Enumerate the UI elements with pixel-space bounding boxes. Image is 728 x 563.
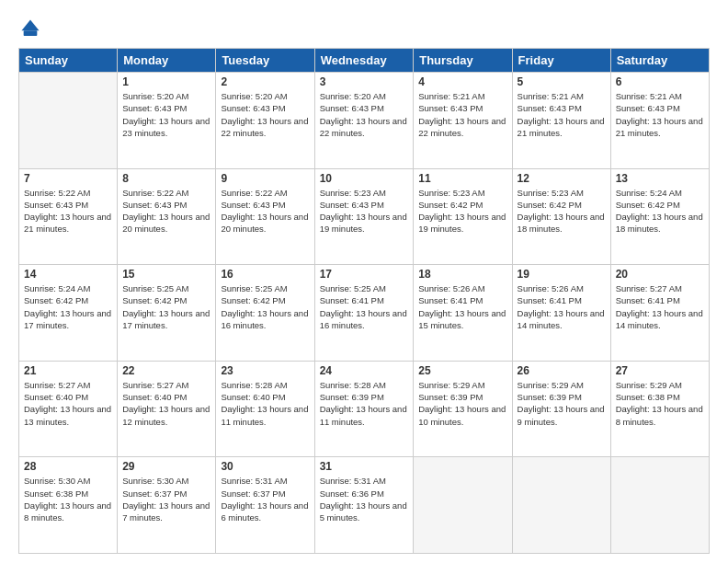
day-detail: Sunrise: 5:23 AM Sunset: 6:42 PM Dayligh… bbox=[418, 187, 506, 236]
calendar-week-row: 1Sunrise: 5:20 AM Sunset: 6:43 PM Daylig… bbox=[19, 73, 710, 169]
calendar-cell: 21Sunrise: 5:27 AM Sunset: 6:40 PM Dayli… bbox=[19, 361, 118, 457]
day-detail: Sunrise: 5:24 AM Sunset: 6:42 PM Dayligh… bbox=[24, 282, 112, 331]
day-detail: Sunrise: 5:30 AM Sunset: 6:37 PM Dayligh… bbox=[122, 475, 210, 523]
weekday-header: Monday bbox=[118, 49, 216, 73]
calendar-cell: 3Sunrise: 5:20 AM Sunset: 6:43 PM Daylig… bbox=[314, 73, 414, 169]
day-number: 17 bbox=[320, 268, 409, 281]
calendar-cell: 15Sunrise: 5:25 AM Sunset: 6:42 PM Dayli… bbox=[118, 265, 216, 362]
day-number: 31 bbox=[320, 460, 409, 473]
day-detail: Sunrise: 5:29 AM Sunset: 6:39 PM Dayligh… bbox=[418, 379, 506, 428]
calendar-week-row: 28Sunrise: 5:30 AM Sunset: 6:38 PM Dayli… bbox=[19, 457, 710, 554]
day-number: 26 bbox=[518, 364, 606, 377]
day-detail: Sunrise: 5:27 AM Sunset: 6:41 PM Dayligh… bbox=[616, 282, 704, 331]
calendar-cell: 19Sunrise: 5:26 AM Sunset: 6:41 PM Dayli… bbox=[512, 265, 610, 362]
calendar-cell: 7Sunrise: 5:22 AM Sunset: 6:43 PM Daylig… bbox=[19, 168, 118, 265]
day-detail: Sunrise: 5:20 AM Sunset: 6:43 PM Dayligh… bbox=[221, 90, 309, 139]
calendar-week-row: 7Sunrise: 5:22 AM Sunset: 6:43 PM Daylig… bbox=[19, 168, 710, 265]
logo bbox=[18, 18, 44, 39]
calendar-cell: 23Sunrise: 5:28 AM Sunset: 6:40 PM Dayli… bbox=[216, 361, 314, 457]
day-detail: Sunrise: 5:26 AM Sunset: 6:41 PM Dayligh… bbox=[518, 282, 606, 331]
day-number: 21 bbox=[24, 364, 112, 377]
weekday-header: Thursday bbox=[414, 49, 512, 73]
day-detail: Sunrise: 5:25 AM Sunset: 6:42 PM Dayligh… bbox=[122, 282, 210, 331]
calendar-cell: 10Sunrise: 5:23 AM Sunset: 6:43 PM Dayli… bbox=[314, 168, 414, 265]
calendar-cell: 28Sunrise: 5:30 AM Sunset: 6:38 PM Dayli… bbox=[19, 457, 118, 554]
calendar-cell bbox=[19, 73, 118, 169]
day-detail: Sunrise: 5:23 AM Sunset: 6:43 PM Dayligh… bbox=[320, 187, 409, 236]
day-detail: Sunrise: 5:30 AM Sunset: 6:38 PM Dayligh… bbox=[24, 475, 112, 523]
day-number: 16 bbox=[221, 268, 309, 281]
day-number: 6 bbox=[616, 75, 704, 88]
day-detail: Sunrise: 5:25 AM Sunset: 6:42 PM Dayligh… bbox=[221, 282, 309, 331]
day-number: 10 bbox=[320, 172, 409, 185]
day-detail: Sunrise: 5:31 AM Sunset: 6:37 PM Dayligh… bbox=[221, 475, 309, 523]
day-number: 18 bbox=[418, 268, 506, 281]
calendar-cell bbox=[512, 457, 610, 554]
day-detail: Sunrise: 5:21 AM Sunset: 6:43 PM Dayligh… bbox=[616, 90, 704, 139]
day-detail: Sunrise: 5:24 AM Sunset: 6:42 PM Dayligh… bbox=[616, 187, 704, 236]
weekday-header: Saturday bbox=[610, 49, 709, 73]
header bbox=[18, 18, 710, 39]
day-detail: Sunrise: 5:28 AM Sunset: 6:40 PM Dayligh… bbox=[221, 379, 309, 428]
day-number: 24 bbox=[320, 364, 409, 377]
day-number: 25 bbox=[418, 364, 506, 377]
day-detail: Sunrise: 5:27 AM Sunset: 6:40 PM Dayligh… bbox=[122, 379, 210, 428]
day-number: 22 bbox=[122, 364, 210, 377]
calendar-cell: 24Sunrise: 5:28 AM Sunset: 6:39 PM Dayli… bbox=[314, 361, 414, 457]
day-detail: Sunrise: 5:21 AM Sunset: 6:43 PM Dayligh… bbox=[518, 90, 606, 139]
calendar-cell: 16Sunrise: 5:25 AM Sunset: 6:42 PM Dayli… bbox=[216, 265, 314, 362]
day-number: 23 bbox=[221, 364, 309, 377]
weekday-header: Tuesday bbox=[216, 49, 314, 73]
day-number: 13 bbox=[616, 172, 704, 185]
day-number: 11 bbox=[418, 172, 506, 185]
weekday-header: Sunday bbox=[19, 49, 118, 73]
day-detail: Sunrise: 5:22 AM Sunset: 6:43 PM Dayligh… bbox=[221, 187, 309, 236]
page: SundayMondayTuesdayWednesdayThursdayFrid… bbox=[0, 0, 728, 563]
day-number: 9 bbox=[221, 172, 309, 185]
day-detail: Sunrise: 5:25 AM Sunset: 6:41 PM Dayligh… bbox=[320, 282, 409, 331]
calendar-cell bbox=[414, 457, 512, 554]
day-number: 14 bbox=[24, 268, 112, 281]
calendar-cell: 17Sunrise: 5:25 AM Sunset: 6:41 PM Dayli… bbox=[314, 265, 414, 362]
calendar-cell: 8Sunrise: 5:22 AM Sunset: 6:43 PM Daylig… bbox=[118, 168, 216, 265]
day-detail: Sunrise: 5:20 AM Sunset: 6:43 PM Dayligh… bbox=[122, 90, 210, 139]
calendar-cell: 9Sunrise: 5:22 AM Sunset: 6:43 PM Daylig… bbox=[216, 168, 314, 265]
day-detail: Sunrise: 5:29 AM Sunset: 6:38 PM Dayligh… bbox=[616, 379, 704, 428]
calendar-cell: 26Sunrise: 5:29 AM Sunset: 6:39 PM Dayli… bbox=[512, 361, 610, 457]
day-number: 30 bbox=[221, 460, 309, 473]
calendar-cell: 31Sunrise: 5:31 AM Sunset: 6:36 PM Dayli… bbox=[314, 457, 414, 554]
day-number: 2 bbox=[221, 75, 309, 88]
logo-icon bbox=[20, 18, 40, 39]
calendar: SundayMondayTuesdayWednesdayThursdayFrid… bbox=[18, 48, 710, 554]
calendar-cell: 11Sunrise: 5:23 AM Sunset: 6:42 PM Dayli… bbox=[414, 168, 512, 265]
day-number: 27 bbox=[616, 364, 704, 377]
calendar-week-row: 14Sunrise: 5:24 AM Sunset: 6:42 PM Dayli… bbox=[19, 265, 710, 362]
calendar-cell bbox=[610, 457, 709, 554]
day-detail: Sunrise: 5:31 AM Sunset: 6:36 PM Dayligh… bbox=[320, 475, 409, 523]
weekday-header-row: SundayMondayTuesdayWednesdayThursdayFrid… bbox=[19, 49, 710, 73]
day-number: 7 bbox=[24, 172, 112, 185]
day-detail: Sunrise: 5:22 AM Sunset: 6:43 PM Dayligh… bbox=[122, 187, 210, 236]
calendar-cell: 1Sunrise: 5:20 AM Sunset: 6:43 PM Daylig… bbox=[118, 73, 216, 169]
calendar-cell: 25Sunrise: 5:29 AM Sunset: 6:39 PM Dayli… bbox=[414, 361, 512, 457]
day-detail: Sunrise: 5:29 AM Sunset: 6:39 PM Dayligh… bbox=[518, 379, 606, 428]
calendar-cell: 5Sunrise: 5:21 AM Sunset: 6:43 PM Daylig… bbox=[512, 73, 610, 169]
svg-marker-0 bbox=[21, 19, 39, 30]
day-number: 20 bbox=[616, 268, 704, 281]
day-number: 15 bbox=[122, 268, 210, 281]
day-number: 1 bbox=[122, 75, 210, 88]
calendar-cell: 29Sunrise: 5:30 AM Sunset: 6:37 PM Dayli… bbox=[118, 457, 216, 554]
calendar-cell: 30Sunrise: 5:31 AM Sunset: 6:37 PM Dayli… bbox=[216, 457, 314, 554]
day-number: 29 bbox=[122, 460, 210, 473]
day-detail: Sunrise: 5:26 AM Sunset: 6:41 PM Dayligh… bbox=[418, 282, 506, 331]
calendar-cell: 22Sunrise: 5:27 AM Sunset: 6:40 PM Dayli… bbox=[118, 361, 216, 457]
day-number: 5 bbox=[518, 75, 606, 88]
calendar-cell: 18Sunrise: 5:26 AM Sunset: 6:41 PM Dayli… bbox=[414, 265, 512, 362]
calendar-cell: 14Sunrise: 5:24 AM Sunset: 6:42 PM Dayli… bbox=[19, 265, 118, 362]
calendar-cell: 27Sunrise: 5:29 AM Sunset: 6:38 PM Dayli… bbox=[610, 361, 709, 457]
calendar-cell: 12Sunrise: 5:23 AM Sunset: 6:42 PM Dayli… bbox=[512, 168, 610, 265]
day-detail: Sunrise: 5:27 AM Sunset: 6:40 PM Dayligh… bbox=[24, 379, 112, 428]
day-number: 8 bbox=[122, 172, 210, 185]
weekday-header: Friday bbox=[512, 49, 610, 73]
calendar-cell: 6Sunrise: 5:21 AM Sunset: 6:43 PM Daylig… bbox=[610, 73, 709, 169]
